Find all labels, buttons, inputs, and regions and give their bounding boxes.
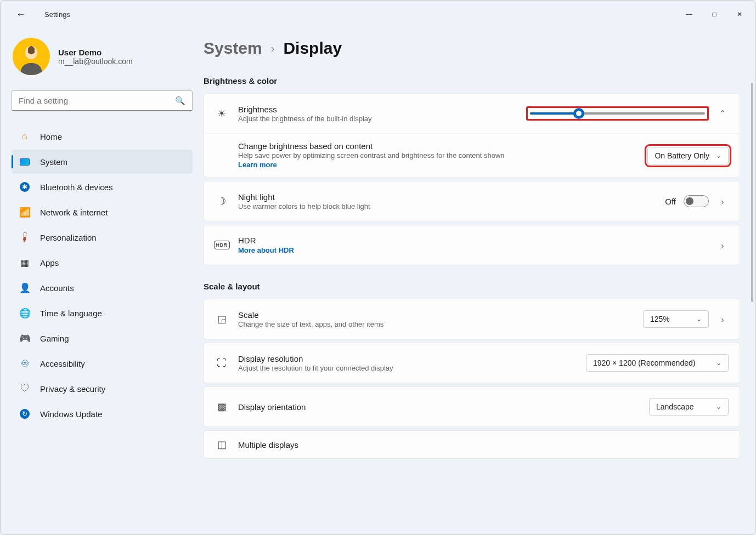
nav-network[interactable]: 📶Network & internet	[12, 200, 193, 224]
brightness-row: ☀ Brightness Adjust the brightness of th…	[204, 94, 740, 133]
nav-label: Gaming	[40, 334, 69, 343]
nav-system[interactable]: System	[12, 150, 193, 174]
adaptive-dropdown[interactable]: On Battery Only ⌄	[647, 147, 729, 164]
nav-time[interactable]: 🌐Time & language	[12, 301, 193, 325]
brightness-card-group: ☀ Brightness Adjust the brightness of th…	[204, 93, 740, 178]
nav-label: Home	[40, 132, 62, 141]
globe-icon: 🌐	[19, 308, 30, 318]
brightness-slider[interactable]	[530, 112, 705, 115]
nav-accessibility[interactable]: ♾Accessibility	[12, 351, 193, 375]
chevron-right-icon[interactable]: ›	[716, 241, 729, 250]
breadcrumb: System › Display	[204, 39, 740, 58]
nav-label: Time & language	[40, 309, 102, 318]
accessibility-icon: ♾	[19, 358, 30, 369]
gamepad-icon: 🎮	[19, 333, 30, 344]
section-scale-title: Scale & layout	[204, 282, 740, 291]
night-light-desc: Use warmer colors to help block blue lig…	[238, 202, 655, 210]
scrollbar[interactable]	[750, 83, 754, 302]
brightness-slider-highlight	[526, 106, 709, 121]
home-icon: ⌂	[19, 131, 30, 142]
wifi-icon: 📶	[19, 207, 30, 218]
toggle-knob	[686, 197, 693, 205]
page-title: Display	[283, 39, 342, 58]
search-box[interactable]: 🔍	[12, 90, 193, 111]
resolution-icon: ⛶	[215, 357, 228, 369]
breadcrumb-parent[interactable]: System	[204, 39, 262, 58]
search-icon: 🔍	[175, 96, 185, 106]
orientation-dropdown[interactable]: Landscape ⌄	[649, 398, 729, 416]
learn-more-link[interactable]: Learn more	[238, 161, 277, 169]
nav-label: Bluetooth & devices	[40, 183, 113, 192]
slider-thumb[interactable]	[573, 108, 584, 119]
user-block[interactable]: User Demo m__lab@outlook.com	[12, 38, 193, 75]
chevron-right-icon[interactable]: ›	[716, 197, 729, 206]
nav-label: Personalization	[40, 233, 97, 242]
orientation-icon: ▩	[215, 401, 228, 413]
resolution-title: Display resolution	[238, 354, 576, 363]
nav-label: Privacy & security	[40, 384, 105, 394]
nav-bluetooth[interactable]: ✱Bluetooth & devices	[12, 175, 193, 199]
resolution-dropdown[interactable]: 1920 × 1200 (Recommended) ⌄	[586, 354, 729, 372]
displays-icon: ◫	[215, 439, 228, 451]
resolution-card: ⛶ Display resolution Adjust the resoluti…	[204, 343, 740, 383]
night-light-toggle[interactable]	[684, 195, 709, 207]
dropdown-value: 125%	[650, 315, 670, 323]
chevron-down-icon: ⌄	[716, 152, 721, 160]
app-title: Settings	[44, 10, 70, 19]
chevron-up-icon[interactable]: ⌃	[716, 109, 729, 118]
nav-apps[interactable]: ▦Apps	[12, 251, 193, 275]
multiple-displays-card[interactable]: ◫ Multiple displays	[204, 430, 740, 459]
nav-home[interactable]: ⌂Home	[12, 124, 193, 149]
brightness-title: Brightness	[238, 105, 516, 114]
scale-dropdown[interactable]: 125% ⌄	[643, 310, 709, 328]
sun-icon: ☀	[215, 107, 228, 119]
bluetooth-icon: ✱	[19, 181, 30, 192]
hdr-card[interactable]: HDR HDR More about HDR ›	[204, 225, 740, 265]
close-button[interactable]: ✕	[727, 5, 752, 23]
dropdown-value: On Battery Only	[655, 151, 709, 160]
scale-icon: ◲	[215, 313, 228, 325]
avatar	[13, 38, 50, 75]
multiple-title: Multiple displays	[238, 440, 729, 449]
toggle-state-label: Off	[665, 197, 676, 206]
nav-label: System	[40, 157, 67, 167]
chevron-right-icon: ›	[271, 42, 275, 55]
nav-update[interactable]: ↻Windows Update	[12, 402, 193, 426]
maximize-button[interactable]: □	[702, 5, 727, 23]
dropdown-value: 1920 × 1200 (Recommended)	[593, 358, 695, 367]
scale-card[interactable]: ◲ Scale Change the size of text, apps, a…	[204, 299, 740, 339]
moon-icon: ☽	[215, 195, 228, 207]
chevron-down-icon: ⌄	[716, 403, 721, 411]
nav-label: Accessibility	[40, 359, 85, 368]
sidebar: User Demo m__lab@outlook.com 🔍 ⌂Home Sys…	[1, 28, 204, 534]
chevron-right-icon[interactable]: ›	[716, 315, 729, 324]
nav-gaming[interactable]: 🎮Gaming	[12, 326, 193, 350]
nav-label: Accounts	[40, 283, 74, 293]
scale-desc: Change the size of text, apps, and other…	[238, 320, 633, 328]
window-controls: — □ ✕	[676, 5, 752, 23]
person-icon: 👤	[19, 282, 30, 293]
titlebar: ← Settings — □ ✕	[1, 1, 755, 28]
adaptive-desc: Help save power by optimizing screen con…	[238, 151, 637, 160]
nav-label: Network & internet	[40, 208, 108, 217]
back-button[interactable]: ←	[16, 9, 26, 20]
brightness-desc: Adjust the brightness of the built-in di…	[238, 115, 516, 123]
nav-list: ⌂Home System ✱Bluetooth & devices 📶Netwo…	[12, 124, 193, 426]
orientation-card: ▩ Display orientation Landscape ⌄	[204, 386, 740, 427]
night-light-title: Night light	[238, 192, 655, 202]
user-name: User Demo	[58, 48, 133, 57]
scrollbar-thumb[interactable]	[751, 83, 753, 302]
search-input[interactable]	[19, 96, 175, 105]
minimize-button[interactable]: —	[676, 5, 702, 23]
nav-accounts[interactable]: 👤Accounts	[12, 276, 193, 300]
nav-personalization[interactable]: 🖌Personalization	[12, 225, 193, 249]
nav-privacy[interactable]: 🛡Privacy & security	[12, 377, 193, 401]
nav-label: Windows Update	[40, 409, 102, 419]
apps-icon: ▦	[19, 257, 30, 268]
night-light-card[interactable]: ☽ Night light Use warmer colors to help …	[204, 181, 740, 221]
slider-fill	[530, 112, 579, 115]
adaptive-title: Change brightness based on content	[238, 141, 637, 151]
update-icon: ↻	[19, 408, 30, 419]
shield-icon: 🛡	[19, 383, 30, 394]
hdr-link[interactable]: More about HDR	[238, 246, 294, 254]
